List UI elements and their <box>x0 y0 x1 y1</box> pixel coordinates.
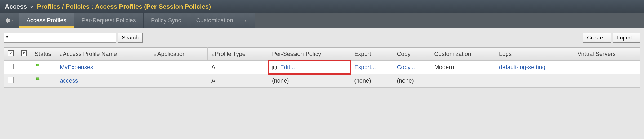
row-checkbox-cell[interactable] <box>4 74 17 88</box>
flag-icon <box>35 63 41 70</box>
row-customization-cell: Modern <box>430 61 495 74</box>
row-status-cell <box>31 61 56 74</box>
import-button[interactable]: Import... <box>613 33 640 43</box>
header-application[interactable]: Application <box>150 48 207 61</box>
row-copy-cell: Copy... <box>393 61 430 74</box>
row-vs-cell <box>574 74 640 88</box>
tab-label: Per-Request Policies <box>81 17 136 24</box>
tab-customization[interactable]: Customization ▼ <box>189 13 255 28</box>
logs-link[interactable]: default-log-setting <box>499 64 545 70</box>
header-filter[interactable] <box>17 48 31 61</box>
header-profile-type[interactable]: Profile Type <box>207 48 268 61</box>
row-export-cell: (none) <box>350 74 393 88</box>
table-row: access All (none) (none) (none) <box>4 74 640 88</box>
profile-link[interactable]: access <box>60 77 78 84</box>
gear-menu[interactable]: ▼ <box>0 13 19 28</box>
header-per-session[interactable]: Per-Session Policy <box>268 48 350 61</box>
row-dd-cell <box>17 74 31 88</box>
row-copy-cell: (none) <box>393 74 430 88</box>
header-logs[interactable]: Logs <box>495 48 574 61</box>
tab-label: Access Profiles <box>26 17 66 24</box>
copy-link[interactable]: Copy... <box>397 64 415 70</box>
dropdown-icon <box>21 50 27 56</box>
row-profile-type-cell: All <box>207 74 268 88</box>
svg-rect-3 <box>274 66 276 69</box>
row-logs-cell: default-log-setting <box>495 61 574 74</box>
row-per-session-cell: (none) <box>268 74 350 88</box>
row-application-cell <box>150 74 207 88</box>
search-input[interactable] <box>4 33 116 43</box>
caret-down-icon: ▼ <box>11 19 14 22</box>
breadcrumb: Access ›› Profiles / Policies : Access P… <box>0 0 644 13</box>
row-profile-type-cell: All <box>207 61 268 74</box>
row-name-cell: access <box>56 74 150 88</box>
toolbar: Search Create... Import... <box>4 33 640 43</box>
breadcrumb-sep: ›› <box>30 4 34 10</box>
chevron-down-icon: ▼ <box>244 18 247 23</box>
content-area: Search Create... Import... Status Access… <box>0 28 644 92</box>
edit-link[interactable]: Edit... <box>280 64 295 70</box>
header-virtual-servers[interactable]: Virtual Servers <box>574 48 640 61</box>
tab-policy-sync[interactable]: Policy Sync <box>144 13 189 28</box>
row-export-cell: Export... <box>350 61 393 74</box>
header-copy[interactable]: Copy <box>393 48 430 61</box>
row-application-cell <box>150 61 207 74</box>
row-status-cell <box>31 74 56 88</box>
breadcrumb-path: Profiles / Policies : Access Profiles (P… <box>37 3 211 10</box>
row-customization-cell <box>430 74 495 88</box>
check-icon <box>8 50 14 56</box>
export-link[interactable]: Export... <box>354 64 376 70</box>
row-logs-cell <box>495 74 574 88</box>
create-button[interactable]: Create... <box>583 33 611 43</box>
row-name-cell: MyExpenses <box>56 61 150 74</box>
header-customization[interactable]: Customization <box>430 48 495 61</box>
checkbox-icon <box>8 64 14 69</box>
flag-icon <box>35 77 41 83</box>
checkbox-icon <box>8 77 14 83</box>
header-export[interactable]: Export <box>350 48 393 61</box>
tab-label: Policy Sync <box>151 17 181 24</box>
profiles-table: Status Access Profile Name Application P… <box>4 47 640 88</box>
row-dd-cell <box>17 61 31 74</box>
header-name[interactable]: Access Profile Name <box>56 48 150 61</box>
gear-icon <box>5 18 10 23</box>
search-button[interactable]: Search <box>118 33 143 43</box>
header-status[interactable]: Status <box>31 48 56 61</box>
breadcrumb-root[interactable]: Access <box>5 3 27 10</box>
row-vs-cell <box>574 61 640 74</box>
row-checkbox-cell[interactable] <box>4 61 17 74</box>
tab-per-request-policies[interactable]: Per-Request Policies <box>74 13 143 28</box>
header-select-all[interactable] <box>4 48 17 61</box>
tab-access-profiles[interactable]: Access Profiles <box>19 13 74 28</box>
tab-label: Customization <box>196 17 233 24</box>
row-per-session-cell: Edit... <box>268 61 350 74</box>
popup-icon <box>272 65 277 70</box>
table-row: MyExpenses All Edit... Export... Copy...… <box>4 61 640 74</box>
tab-bar: ▼ Access Profiles Per-Request Policies P… <box>0 13 644 28</box>
table-header-row: Status Access Profile Name Application P… <box>4 48 640 61</box>
profile-link[interactable]: MyExpenses <box>60 64 93 70</box>
